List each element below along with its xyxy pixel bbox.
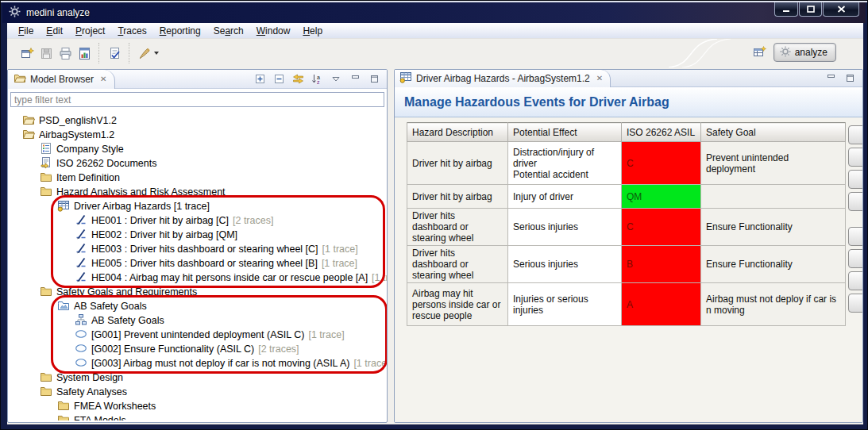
tree-item[interactable]: ISO 26262 Documents bbox=[8, 156, 387, 171]
side-button[interactable] bbox=[848, 271, 863, 290]
tree-item[interactable]: HE004 : Airbag may hit persons inside ca… bbox=[8, 271, 387, 285]
hazard-description-cell[interactable]: Driver hits dashboard or stearing wheel bbox=[407, 209, 508, 246]
side-button[interactable] bbox=[848, 294, 863, 313]
tree-item[interactable]: Company Style bbox=[8, 142, 387, 156]
tree-item[interactable]: Driver Airbag Hazards [1 trace] bbox=[8, 199, 387, 213]
editor-tab-label: Driver Airbag Hazards - AirbagSystem1.2 bbox=[416, 73, 590, 84]
tree-item[interactable]: AB Safety Goals bbox=[8, 313, 387, 328]
menu-item-file[interactable]: File bbox=[12, 24, 40, 38]
side-button[interactable] bbox=[848, 148, 863, 167]
tree-item[interactable]: FTA Models bbox=[8, 413, 387, 420]
tree-item[interactable]: Safety Goals and Requirements bbox=[8, 285, 387, 299]
potential-effect-cell[interactable]: Serious injuries bbox=[508, 209, 622, 246]
asil-cell[interactable]: QM bbox=[622, 185, 701, 209]
tree-item-label: HE003 : Driver hits dashboard or stearin… bbox=[91, 244, 318, 255]
asil-cell[interactable]: C bbox=[622, 209, 701, 246]
asil-cell[interactable]: B bbox=[622, 246, 701, 283]
menu-item-traces[interactable]: Traces bbox=[111, 24, 152, 38]
safety-goal-cell[interactable] bbox=[701, 185, 846, 209]
tree-item-label: FTA Models bbox=[74, 415, 126, 420]
hazard-description-cell[interactable]: Driver hits dashboard or stearing wheel bbox=[407, 246, 508, 283]
tree-item[interactable]: System Design bbox=[8, 370, 387, 385]
svg-text:z: z bbox=[317, 79, 320, 85]
close-view-icon[interactable]: ✕ bbox=[100, 75, 106, 83]
close-editor-icon[interactable]: ✕ bbox=[596, 74, 603, 83]
menu-item-help[interactable]: Help bbox=[296, 24, 329, 38]
minimize-editor-icon[interactable] bbox=[824, 71, 838, 86]
col-header-safety-goal[interactable]: Safety Goal bbox=[701, 123, 846, 142]
minimize-view-icon[interactable] bbox=[348, 72, 362, 86]
tree-item[interactable]: PSD_englishV1.2 bbox=[8, 113, 387, 128]
tree-item[interactable]: AB Safety Goals bbox=[8, 299, 387, 313]
folder-icon bbox=[57, 413, 70, 420]
tree-item[interactable]: [G001] Prevent unintended deployment (AS… bbox=[8, 328, 387, 342]
sort-icon[interactable]: az bbox=[310, 72, 324, 86]
print-button[interactable] bbox=[56, 44, 75, 63]
asil-cell[interactable]: C bbox=[622, 142, 701, 185]
trace-count: [2 traces] bbox=[233, 215, 273, 226]
potential-effect-cell[interactable]: Injury of driver bbox=[508, 185, 622, 209]
tree-item[interactable]: HE005 : Driver hits dashboard or stearin… bbox=[8, 256, 387, 271]
menu-item-search[interactable]: Search bbox=[207, 24, 250, 38]
tree-item[interactable]: [G003] Airbag must not deploy if car is … bbox=[8, 356, 387, 370]
potential-effect-cell[interactable]: Injuries or serious injuries bbox=[508, 283, 622, 326]
asil-cell[interactable]: A bbox=[622, 283, 701, 326]
tree-item[interactable]: HE001 : Driver hit by airbag [C][2 trace… bbox=[8, 213, 387, 228]
editor-tab[interactable]: Driver Airbag Hazards - AirbagSystem1.2 … bbox=[395, 70, 611, 87]
trace-count: [2 traces] bbox=[258, 344, 299, 355]
tree-item[interactable]: HE002 : Driver hit by airbag [QM] bbox=[8, 228, 387, 242]
safety-goal-cell[interactable]: Ensure Functionality bbox=[701, 209, 846, 246]
link-with-editor-icon[interactable] bbox=[291, 72, 305, 86]
report-button[interactable] bbox=[75, 44, 94, 63]
tree-item-label: HE002 : Driver hit by airbag [QM] bbox=[91, 229, 237, 240]
menu-item-reporting[interactable]: Reporting bbox=[153, 24, 207, 38]
table-row: Airbag may hit persons inside car or res… bbox=[407, 283, 846, 326]
view-menu-icon[interactable] bbox=[329, 72, 343, 86]
model-browser-tab[interactable]: Model Browser ✕ bbox=[8, 70, 115, 89]
save-button[interactable] bbox=[37, 44, 56, 63]
collapse-all-icon[interactable] bbox=[272, 72, 286, 86]
safety-goal-cell[interactable]: Ensure Functionality bbox=[701, 246, 846, 283]
menu-item-window[interactable]: Window bbox=[250, 24, 297, 38]
menu-item-edit[interactable]: Edit bbox=[40, 24, 69, 38]
hazard-description-cell[interactable]: Driver hit by airbag bbox=[407, 142, 508, 185]
expand-all-icon[interactable] bbox=[253, 72, 267, 86]
maximize-view-icon[interactable] bbox=[367, 72, 381, 86]
side-button[interactable] bbox=[848, 227, 863, 246]
side-button[interactable] bbox=[848, 125, 863, 144]
col-header-hazard-description[interactable]: Hazard Description bbox=[407, 123, 508, 142]
tree-item[interactable]: Safety Analyses bbox=[8, 385, 387, 399]
tree-item[interactable]: Hazard Analysis and Risk Assessment bbox=[8, 185, 387, 199]
title-bar[interactable]: medini analyze bbox=[2, 2, 866, 23]
brush-dropdown-button[interactable] bbox=[135, 44, 162, 63]
minimize-button[interactable] bbox=[774, 2, 798, 17]
new-wizard-button[interactable] bbox=[17, 44, 37, 63]
tree-item[interactable]: Item Definition bbox=[8, 171, 387, 185]
menu-item-project[interactable]: Project bbox=[69, 24, 111, 38]
filter-input[interactable] bbox=[10, 92, 384, 107]
col-header-potential-effect[interactable]: Potential Effect bbox=[508, 123, 622, 142]
side-button[interactable] bbox=[848, 170, 863, 189]
tree-item[interactable]: [G002] Ensure Functionality (ASIL C)[2 t… bbox=[8, 342, 387, 356]
open-perspective-icon[interactable] bbox=[753, 45, 767, 60]
perspective-analyze-button[interactable]: analyze bbox=[773, 43, 836, 62]
safety-goal-cell[interactable]: Airbag must not deploy if car is n movin… bbox=[701, 283, 846, 326]
maximize-button[interactable] bbox=[799, 2, 822, 17]
model-browser-tab-label: Model Browser bbox=[30, 74, 94, 85]
folder-icon bbox=[57, 399, 70, 412]
maximize-editor-icon[interactable] bbox=[843, 71, 857, 86]
validate-button[interactable] bbox=[105, 44, 124, 63]
col-header-iso-asil[interactable]: ISO 26262 ASIL bbox=[622, 123, 701, 142]
tree-item[interactable]: FMEA Worksheets bbox=[8, 399, 387, 413]
side-button[interactable] bbox=[848, 249, 863, 268]
close-button[interactable] bbox=[823, 2, 859, 17]
tree-item-label: FMEA Worksheets bbox=[74, 401, 156, 412]
tree-item[interactable]: HE003 : Driver hits dashboard or stearin… bbox=[8, 242, 387, 256]
hazard-description-cell[interactable]: Driver hit by airbag bbox=[407, 185, 508, 209]
potential-effect-cell[interactable]: Distraction/injury of driver Potential a… bbox=[508, 142, 622, 185]
potential-effect-cell[interactable]: Serious injuries bbox=[508, 246, 622, 283]
tree-item[interactable]: AirbagSystem1.2 bbox=[8, 128, 387, 142]
side-button[interactable] bbox=[848, 192, 863, 211]
hazard-description-cell[interactable]: Airbag may hit persons inside car or res… bbox=[407, 283, 508, 326]
safety-goal-cell[interactable]: Prevent unintended deployment bbox=[701, 142, 846, 185]
